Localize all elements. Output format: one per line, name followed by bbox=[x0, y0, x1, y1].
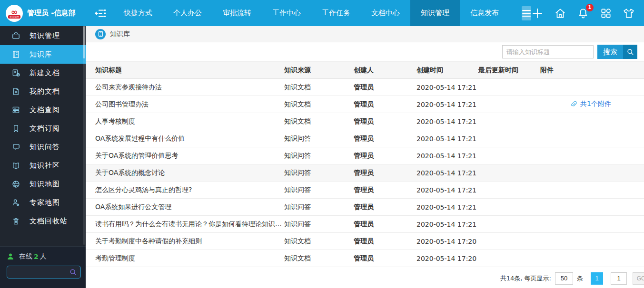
nav-item-work-tasks[interactable]: 工作任务 bbox=[311, 0, 361, 26]
nav-label: 审批流转 bbox=[223, 9, 251, 18]
table-row[interactable]: 公司来宾参观接待办法 知识文档 管理员 2020-05-14 17:21 bbox=[86, 79, 644, 96]
collapse-menu-icon[interactable] bbox=[94, 8, 107, 19]
cell-created: 2020-05-14 17:21 bbox=[416, 186, 478, 194]
current-page-button[interactable]: 1 bbox=[591, 272, 603, 285]
cell-source: 知识问答 bbox=[284, 186, 354, 194]
cell-creator: 管理员 bbox=[354, 100, 416, 109]
brand-area: ∞ 华天动力 管理员 -信息部 bbox=[0, 0, 86, 26]
cell-source: 知识问答 bbox=[284, 152, 354, 160]
search-button[interactable]: 搜索 bbox=[597, 45, 637, 59]
table-row[interactable]: 关于OA系统的管理价值思考 知识问答 管理员 2020-05-14 17:21 bbox=[86, 147, 644, 164]
cell-title: OA系统如果进行公文管理 bbox=[86, 203, 284, 211]
cell-title: 人事考核制度 bbox=[86, 117, 284, 126]
sidebar-menu: 知识管理 知识库 新建文档 我的文档 文档查阅 文档订阅 bbox=[0, 26, 86, 230]
cell-attachment: 共1个附件 bbox=[540, 100, 644, 109]
sidebar-item-knowledge-base[interactable]: 知识库 bbox=[0, 45, 86, 64]
nav-item-document-center[interactable]: 文档中心 bbox=[361, 0, 410, 26]
col-header-created: 创建时间 bbox=[416, 66, 478, 75]
cell-source: 知识问答 bbox=[284, 134, 354, 143]
nav-item-knowledge-management[interactable]: 知识管理 bbox=[410, 0, 460, 26]
goto-page-input[interactable] bbox=[611, 272, 627, 285]
online-label: 在线 bbox=[19, 252, 32, 261]
table-row[interactable]: 人事考核制度 知识文档 管理员 2020-05-14 17:21 bbox=[86, 113, 644, 130]
table-row[interactable]: 怎么区分心灵鸡汤与真正的哲理? 知识问答 管理员 2020-05-14 17:2… bbox=[86, 182, 644, 199]
apps-grid-icon[interactable] bbox=[600, 7, 612, 19]
more-menu-icon[interactable] bbox=[522, 6, 531, 20]
sidebar-item-recycle-bin[interactable]: 文档回收站 bbox=[0, 212, 86, 230]
document-icon bbox=[11, 87, 21, 96]
sidebar-item-label: 知识地图 bbox=[30, 180, 60, 189]
cell-creator: 管理员 bbox=[354, 83, 416, 92]
breadcrumb: 知识库 bbox=[86, 26, 644, 42]
sidebar-item-my-documents[interactable]: 我的文档 bbox=[0, 82, 86, 101]
sidebar: 知识管理 知识库 新建文档 我的文档 文档查阅 文档订阅 bbox=[0, 26, 86, 288]
page-size-input[interactable] bbox=[555, 272, 573, 285]
sidebar-item-document-subscribe[interactable]: 文档订阅 bbox=[0, 119, 86, 138]
nav-label: 工作中心 bbox=[272, 9, 301, 18]
paperclip-icon bbox=[570, 100, 577, 108]
page-size-unit: 条 bbox=[577, 274, 583, 283]
cell-created: 2020-05-14 17:21 bbox=[416, 169, 478, 177]
nav-item-personal-office[interactable]: 个人办公 bbox=[163, 0, 212, 26]
cell-source: 知识问答 bbox=[284, 169, 354, 177]
sidebar-item-new-document[interactable]: 新建文档 bbox=[0, 64, 86, 82]
cell-title: 读书有用吗？为什么会有读书无用论？你是如何看待理论知识与... bbox=[86, 220, 284, 229]
nav-item-work-center[interactable]: 工作中心 bbox=[262, 0, 311, 26]
sidebar-item-document-review[interactable]: 文档查阅 bbox=[0, 101, 86, 119]
go-button[interactable]: GO bbox=[633, 272, 644, 285]
cell-source: 知识文档 bbox=[284, 254, 354, 263]
table-row[interactable]: 关于考勤制度中各种请假的补充细则 知识文档 管理员 2020-05-14 17:… bbox=[86, 233, 644, 250]
cell-created: 2020-05-14 17:21 bbox=[416, 101, 478, 108]
sidebar-item-knowledge-qa[interactable]: 知识问答 bbox=[0, 138, 86, 156]
nav-label: 快捷方式 bbox=[124, 9, 152, 18]
sidebar-search-icon[interactable] bbox=[69, 268, 77, 276]
cell-creator: 管理员 bbox=[354, 117, 416, 126]
nav-item-shortcuts[interactable]: 快捷方式 bbox=[113, 0, 163, 26]
sidebar-item-label: 知识管理 bbox=[30, 31, 60, 40]
logo-text: 华天动力 bbox=[8, 15, 20, 19]
table-row[interactable]: OA系统如果进行公文管理 知识问答 管理员 2020-05-14 17:21 bbox=[86, 199, 644, 216]
sidebar-scrollbar-thumb[interactable] bbox=[83, 26, 85, 58]
sidebar-scrollbar[interactable] bbox=[83, 26, 85, 245]
home-icon[interactable] bbox=[554, 7, 566, 19]
sidebar-item-label: 文档查阅 bbox=[30, 106, 60, 115]
nav-item-info-publish[interactable]: 信息发布 bbox=[460, 0, 509, 26]
cell-creator: 管理员 bbox=[354, 169, 416, 177]
theme-shirt-icon[interactable] bbox=[623, 7, 635, 19]
book-icon bbox=[11, 50, 21, 59]
search-input[interactable] bbox=[502, 45, 594, 58]
sidebar-item-knowledge-map[interactable]: 知识地图 bbox=[0, 175, 86, 193]
cell-created: 2020-05-14 17:21 bbox=[416, 203, 478, 211]
notifications-bell-icon[interactable]: 1 bbox=[577, 7, 589, 19]
sidebar-item-knowledge-community[interactable]: 知识社区 bbox=[0, 156, 86, 175]
sidebar-item-knowledge-management[interactable]: 知识管理 bbox=[0, 27, 86, 45]
table-row[interactable]: OA系统发展过程中有什么价值 知识问答 管理员 2020-05-14 17:21 bbox=[86, 130, 644, 147]
add-icon[interactable] bbox=[531, 7, 544, 19]
cell-title: OA系统发展过程中有什么价值 bbox=[86, 134, 284, 143]
online-users: 在线 2 人 bbox=[7, 252, 81, 261]
cell-title: 考勤管理制度 bbox=[86, 254, 284, 263]
page-title: 知识库 bbox=[110, 30, 130, 38]
nav-item-approval-flow[interactable]: 审批流转 bbox=[212, 0, 262, 26]
online-person-icon bbox=[7, 253, 14, 260]
nav-label: 文档中心 bbox=[371, 9, 400, 18]
briefcase-icon bbox=[11, 31, 21, 41]
attachment-link[interactable]: 共1个附件 bbox=[570, 100, 611, 108]
sidebar-item-label: 知识问答 bbox=[30, 143, 60, 152]
table-row[interactable]: 考勤管理制度 知识文档 管理员 2020-05-14 17:20 bbox=[86, 250, 644, 267]
search-toolbar: 搜索 bbox=[86, 42, 644, 61]
table-row[interactable]: 关于OA系统的概念讨论 知识问答 管理员 2020-05-14 17:21 bbox=[86, 164, 644, 182]
sidebar-item-expert-map[interactable]: 专家地图 bbox=[0, 193, 86, 212]
cell-title: 公司图书管理办法 bbox=[86, 100, 284, 109]
knowledge-table: 知识标题 知识来源 创建人 创建时间 最后更新时间 附件 公司来宾参观接待办法 … bbox=[86, 61, 644, 267]
cell-title: 关于OA系统的管理价值思考 bbox=[86, 152, 284, 160]
table-row[interactable]: 读书有用吗？为什么会有读书无用论？你是如何看待理论知识与... 知识问答 管理员… bbox=[86, 216, 644, 233]
cell-title: 关于考勤制度中各种请假的补充细则 bbox=[86, 237, 284, 246]
sidebar-item-label: 我的文档 bbox=[30, 87, 60, 96]
sidebar-item-label: 文档回收站 bbox=[30, 217, 68, 226]
cell-created: 2020-05-14 17:20 bbox=[416, 238, 478, 245]
new-document-icon bbox=[11, 68, 21, 78]
bookmark-icon bbox=[11, 124, 21, 134]
table-row[interactable]: 公司图书管理办法 知识文档 管理员 2020-05-14 17:21 共1个附件 bbox=[86, 96, 644, 113]
cell-creator: 管理员 bbox=[354, 152, 416, 160]
